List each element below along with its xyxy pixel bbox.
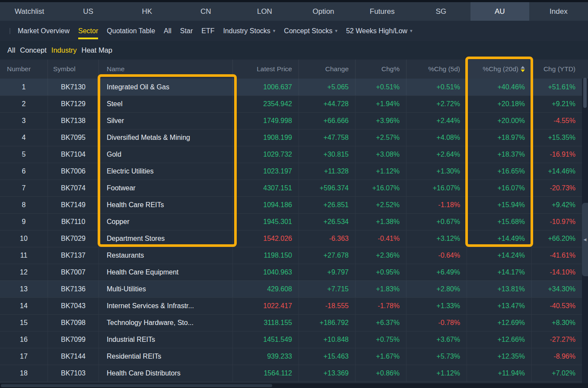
change-cell: +27.678 bbox=[299, 247, 355, 264]
column-header[interactable]: Change bbox=[299, 60, 355, 79]
market-tab-label: CN bbox=[200, 7, 211, 16]
filter-nav-item[interactable]: Concept bbox=[20, 46, 46, 54]
sub-nav-item[interactable]: 52 Weeks High/Low ▾ bbox=[346, 27, 413, 35]
chg-pct-cell: +0.51% bbox=[355, 79, 406, 95]
sub-nav-item[interactable]: Star bbox=[180, 27, 193, 35]
table-row[interactable]: 14 BK7043 Internet Services & Infrastr..… bbox=[0, 297, 582, 314]
filter-nav-item[interactable]: Heat Map bbox=[82, 46, 113, 54]
chg-pct-cell: +3.08% bbox=[355, 146, 406, 163]
column-header[interactable]: Chg% bbox=[355, 60, 406, 79]
row-number-cell: 11 bbox=[0, 247, 48, 264]
row-number-cell: 12 bbox=[0, 264, 48, 281]
sub-nav-item[interactable]: All bbox=[164, 27, 172, 35]
market-tab[interactable]: Futures bbox=[353, 2, 412, 21]
change-cell: +15.463 bbox=[299, 348, 355, 365]
chg-ytd-cell: -8.96% bbox=[531, 348, 582, 365]
table-row[interactable]: 16 BK7099 Industrial REITs 1451.549 +10.… bbox=[0, 331, 582, 348]
chg-ytd-cell: -41.61% bbox=[531, 247, 582, 264]
filter-nav-item[interactable]: Industry bbox=[51, 46, 77, 54]
chg-20d-cell: +16.65% bbox=[467, 163, 531, 180]
table-row[interactable]: 6 BK7006 Electric Utilities 1023.197 +11… bbox=[0, 163, 582, 180]
table-row[interactable]: 8 BK7149 Health Care REITs 1094.186 +26.… bbox=[0, 196, 582, 213]
symbol-cell: BK7098 bbox=[48, 315, 99, 331]
sub-nav-item[interactable]: Quotation Table bbox=[107, 27, 155, 35]
vertical-scrollbar-thumb[interactable] bbox=[583, 78, 587, 108]
chg-pct-cell: +2.57% bbox=[355, 129, 406, 146]
chg-pct-cell: +2.36% bbox=[355, 247, 406, 264]
chg-20d-cell: +40.46% bbox=[467, 79, 531, 95]
column-header[interactable]: %Chg (20d) bbox=[467, 60, 531, 79]
market-tab[interactable]: CN bbox=[176, 2, 235, 21]
table-row[interactable]: 15 BK7098 Technology Hardware, Sto... 31… bbox=[0, 314, 582, 331]
market-tab[interactable]: Option bbox=[294, 2, 353, 21]
market-tab[interactable]: US bbox=[59, 2, 118, 21]
sector-table: Number Symbol Name Latest Price Change C… bbox=[0, 60, 582, 383]
change-cell: +26.534 bbox=[299, 214, 355, 230]
chg-pct-cell: +0.95% bbox=[355, 264, 406, 281]
change-cell: +26.851 bbox=[299, 197, 355, 213]
chg-5d-cell: +0.51% bbox=[406, 79, 467, 95]
table-row[interactable]: 13 BK7136 Multi-Utilities 429.608 +7.715… bbox=[0, 281, 582, 297]
sub-nav-item[interactable]: Market Overview bbox=[18, 27, 70, 35]
market-tab[interactable]: Index bbox=[529, 2, 588, 21]
chevron-down-icon: ▾ bbox=[335, 28, 337, 34]
sub-nav-label: All bbox=[164, 27, 172, 35]
latest-price-cell: 1542.026 bbox=[232, 230, 299, 247]
chg-5d-cell: +0.67% bbox=[406, 214, 467, 230]
market-tabs-bar: Watchlist US HK CN LON Option Futures SG… bbox=[0, 2, 588, 21]
horizontal-scrollbar-thumb[interactable] bbox=[1, 384, 272, 387]
table-row[interactable]: 7 BK7074 Footwear 4307.151 +596.374 +16.… bbox=[0, 180, 582, 196]
market-tab[interactable]: Watchlist bbox=[0, 2, 59, 21]
market-tab[interactable]: SG bbox=[412, 2, 470, 21]
column-header[interactable]: Name bbox=[99, 60, 232, 79]
symbol-cell: BK7095 bbox=[48, 129, 99, 146]
name-cell: Silver bbox=[99, 113, 232, 129]
table-row[interactable]: 5 BK7104 Gold 1029.732 +30.815 +3.08% +2… bbox=[0, 146, 582, 163]
column-header[interactable]: %Chg (5d) bbox=[406, 60, 467, 79]
chg-ytd-cell: +51.61% bbox=[531, 79, 582, 95]
market-tab-label: Index bbox=[550, 7, 568, 16]
chg-20d-cell: +12.35% bbox=[467, 348, 531, 365]
change-cell: +13.369 bbox=[299, 365, 355, 382]
column-header-label: %Chg (5d) bbox=[428, 65, 460, 73]
table-row[interactable]: 1 BK7130 Integrated Oil & Gas 1006.637 +… bbox=[0, 79, 582, 95]
column-header-label: Chg (YTD) bbox=[544, 65, 575, 73]
row-number-cell: 3 bbox=[0, 113, 48, 129]
market-tab[interactable]: HK bbox=[118, 2, 176, 21]
market-tab[interactable]: LON bbox=[235, 2, 294, 21]
table-row[interactable]: 12 BK7007 Health Care Equipment 1040.963… bbox=[0, 264, 582, 281]
table-row[interactable]: 9 BK7110 Copper 1945.301 +26.534 +1.38% … bbox=[0, 213, 582, 230]
chg-20d-cell: +13.81% bbox=[467, 281, 531, 297]
chg-5d-cell: -0.64% bbox=[406, 247, 467, 264]
table-row[interactable]: 11 BK7137 Restaurants 1198.150 +27.678 +… bbox=[0, 247, 582, 264]
sub-nav-label: 52 Weeks High/Low bbox=[346, 27, 407, 35]
table-row[interactable]: 18 BK7103 Health Care Distributors 1564.… bbox=[0, 365, 582, 382]
column-header-label: Name bbox=[107, 65, 124, 73]
table-row[interactable]: 17 BK7144 Residential REITs 939.233 +15.… bbox=[0, 348, 582, 365]
table-row[interactable]: 2 BK7129 Steel 2354.942 +44.728 +1.94% +… bbox=[0, 95, 582, 112]
market-tab-label: SG bbox=[435, 7, 446, 16]
change-cell: +44.728 bbox=[299, 96, 355, 112]
horizontal-scrollbar-track[interactable] bbox=[0, 383, 588, 388]
latest-price-cell: 2354.942 bbox=[232, 96, 299, 112]
table-row[interactable]: 3 BK7138 Silver 1749.998 +66.666 +3.96% … bbox=[0, 112, 582, 129]
column-header-label: Number bbox=[7, 65, 31, 73]
sub-nav-item[interactable]: Industry Stocks ▾ bbox=[223, 27, 275, 35]
column-header[interactable]: Symbol bbox=[48, 60, 99, 79]
market-tab[interactable]: AU bbox=[470, 2, 529, 21]
sub-nav-item[interactable]: Concept Stocks ▾ bbox=[284, 27, 337, 35]
collapse-panel-handle[interactable]: ◀ bbox=[582, 203, 588, 276]
row-number-cell: 14 bbox=[0, 298, 48, 314]
column-header-label: Symbol bbox=[53, 65, 76, 73]
column-header[interactable]: Number bbox=[0, 60, 48, 79]
sub-nav-item[interactable]: Sector bbox=[78, 27, 98, 35]
column-header[interactable]: Chg (YTD) bbox=[531, 60, 582, 79]
market-tab-label: HK bbox=[142, 7, 152, 16]
filter-nav-item[interactable]: All bbox=[7, 46, 15, 54]
name-cell: Footwear bbox=[99, 180, 232, 196]
table-row[interactable]: 10 BK7029 Department Stores 1542.026 -6.… bbox=[0, 230, 582, 247]
table-row[interactable]: 4 BK7095 Diversified Metals & Mining 190… bbox=[0, 129, 582, 146]
sub-nav-item[interactable]: ETF bbox=[201, 27, 214, 35]
column-header[interactable]: Latest Price bbox=[232, 60, 299, 79]
change-cell: +11.328 bbox=[299, 163, 355, 180]
